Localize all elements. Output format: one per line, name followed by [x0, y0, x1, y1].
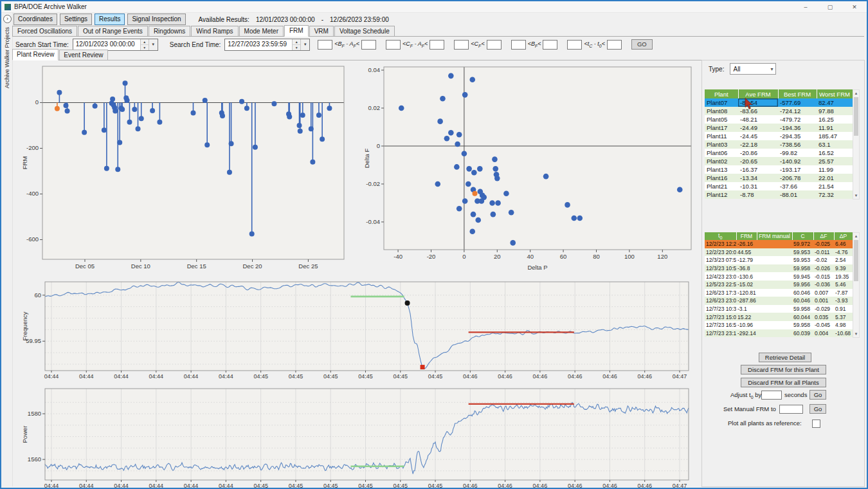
table-cell[interactable]: -193.17 — [778, 165, 817, 174]
table-row[interactable]: Plant11-24.45-294.35185.47 — [705, 132, 853, 140]
signal-inspection-button[interactable]: Signal Inspection — [127, 14, 185, 25]
filter-min-input[interactable] — [511, 40, 526, 50]
table-cell[interactable] — [757, 321, 792, 329]
table-cell[interactable]: 21.54 — [817, 182, 853, 190]
table-cell[interactable]: -287.86 — [736, 297, 757, 305]
table-cell[interactable]: Plant13 — [705, 165, 738, 174]
table-cell[interactable]: -22.18 — [738, 140, 778, 149]
type-select[interactable]: All ▾ — [730, 63, 776, 75]
table-cell[interactable]: -99.82 — [778, 149, 817, 157]
table-cell[interactable]: 59.945 — [792, 272, 813, 281]
table-cell[interactable]: -12.79 — [736, 256, 757, 264]
tab-frm[interactable]: FRM — [284, 25, 309, 37]
column-header[interactable]: ΔF — [813, 232, 834, 240]
filter-min-input[interactable] — [318, 40, 332, 50]
table-cell[interactable]: -36.8 — [736, 264, 757, 273]
table-cell[interactable]: 59.958 — [792, 305, 813, 313]
table-cell[interactable]: 12/3/23 10:53 — [705, 264, 736, 273]
column-header[interactable]: FRM manual — [757, 232, 792, 240]
table-row[interactable]: 12/7/23 23:15-292.1460.0390.004-10.68 — [705, 329, 853, 338]
table-row[interactable]: Plant02-20.65-140.9225.57 — [705, 157, 853, 165]
table-cell[interactable]: -206.78 — [778, 174, 817, 182]
search-end-input[interactable]: 12/27/2023 23:59:59 ▲▼ ▼ — [224, 39, 310, 51]
search-start-value[interactable]: 12/01/2023 00:00:00 — [73, 39, 140, 50]
table-cell[interactable]: -0.015 — [813, 272, 834, 281]
table-cell[interactable]: 72.32 — [817, 190, 853, 199]
results-button[interactable]: Results — [95, 14, 125, 25]
table-cell[interactable]: -140.92 — [778, 157, 817, 165]
column-header[interactable]: ΔP — [834, 232, 853, 240]
table-cell[interactable]: 12/7/23 23:15 — [705, 329, 736, 338]
table-cell[interactable]: 19.35 — [834, 272, 853, 281]
table-cell[interactable]: -24.45 — [738, 132, 778, 140]
column-header[interactable]: Plant — [705, 89, 738, 98]
table-cell[interactable]: 59.972 — [792, 240, 813, 248]
table-cell[interactable]: 185.47 — [817, 132, 853, 140]
table-cell[interactable]: 16.52 — [817, 149, 853, 157]
table-cell[interactable]: 2.54 — [834, 256, 853, 264]
table-cell[interactable]: -3.1 — [736, 305, 757, 313]
table-cell[interactable]: -724.12 — [778, 107, 817, 115]
table-cell[interactable]: 25.57 — [817, 157, 853, 165]
table-cell[interactable]: 5.37 — [834, 313, 853, 321]
reference-checkbox[interactable] — [812, 420, 820, 428]
table-row[interactable]: 12/3/23 10:53-36.859.958-0.0269.39 — [705, 264, 853, 273]
filter-max-input[interactable] — [487, 40, 502, 50]
filter-min-input[interactable] — [386, 40, 401, 50]
table-cell[interactable]: 59.958 — [792, 264, 813, 273]
table-cell[interactable]: 60.044 — [792, 313, 813, 321]
discard-frm-all-button[interactable]: Discard FRM for all Plants — [741, 378, 826, 387]
column-header[interactable]: Ave FRM — [738, 89, 778, 98]
table-cell[interactable]: Plant07 — [705, 98, 738, 107]
table-row[interactable]: 12/6/23 23:00-287.8660.0460.001-3.93 — [705, 297, 853, 305]
table-cell[interactable]: -120.81 — [736, 289, 757, 297]
table-cell[interactable]: 12/2/23 20:00 — [705, 248, 736, 257]
discard-frm-plant-button[interactable]: Discard FRM for this Plant — [741, 365, 826, 374]
tab-plant-review[interactable]: Plant Review — [12, 49, 59, 60]
table-cell[interactable]: Plant17 — [705, 124, 738, 132]
filter-min-input[interactable] — [567, 40, 582, 50]
table-cell[interactable]: 0.004 — [813, 329, 834, 338]
table-cell[interactable]: Plant03 — [705, 140, 738, 149]
table-cell[interactable]: 60.039 — [792, 329, 813, 338]
column-header[interactable]: FRM — [736, 232, 757, 240]
column-header[interactable]: C — [792, 232, 813, 240]
table-cell[interactable]: 60.046 — [792, 289, 813, 297]
coordinates-button[interactable]: Coordinates — [14, 14, 57, 25]
table-cell[interactable]: -0.029 — [813, 305, 834, 313]
table-cell[interactable]: -0.02 — [813, 256, 834, 264]
table-cell[interactable]: -292.14 — [736, 329, 757, 338]
table-cell[interactable]: -479.72 — [778, 115, 817, 124]
table-cell[interactable]: -10.68 — [834, 329, 853, 338]
table-cell[interactable]: 59.958 — [792, 321, 813, 329]
frm-stem-chart[interactable]: 0-200-400-600Dec 05Dec 10Dec 15Dec 20Dec… — [19, 62, 358, 272]
table-row[interactable]: 12/5/23 22:50-15.0259.956-0.0365.46 — [705, 281, 853, 289]
table-cell[interactable]: 11.99 — [817, 165, 853, 174]
table-row[interactable]: Plant08-83.66-724.1297.88 — [705, 107, 853, 115]
table-cell[interactable]: 12/6/23 17:39 — [705, 289, 736, 297]
search-end-value[interactable]: 12/27/2023 23:59:59 — [225, 39, 292, 50]
table-cell[interactable]: -37.66 — [778, 182, 817, 190]
table-row[interactable]: 12/7/23 10:32-3.159.958-0.0290.91 — [705, 305, 853, 313]
table-cell[interactable]: -8.78 — [738, 190, 778, 199]
table-cell[interactable]: -294.35 — [778, 132, 817, 140]
sidebar-expander-icon[interactable]: › — [3, 15, 12, 23]
retrieve-detail-button[interactable]: Retrieve Detail — [759, 353, 811, 362]
filter-min-input[interactable] — [454, 40, 469, 50]
table-cell[interactable]: 12/6/23 23:00 — [705, 297, 736, 305]
table-cell[interactable]: Plant08 — [705, 107, 738, 115]
table-cell[interactable]: -13.34 — [738, 174, 778, 182]
table-row[interactable]: 12/2/23 12:26-26.1659.972-0.0256.46 — [705, 240, 853, 248]
table-cell[interactable]: Plant16 — [705, 174, 738, 182]
table-cell[interactable]: Plant06 — [705, 149, 738, 157]
table-cell[interactable]: -20.65 — [738, 157, 778, 165]
dropdown-icon[interactable]: ▼ — [149, 39, 158, 50]
table-cell[interactable]: -194.36 — [778, 124, 817, 132]
table-row[interactable]: 12/7/23 15:0015.2260.0440.0355.37 — [705, 313, 853, 321]
filter-max-input[interactable] — [543, 40, 557, 50]
table-row[interactable]: Plant16-13.34-206.7822.01 — [705, 174, 853, 182]
table-cell[interactable]: 15.22 — [736, 313, 757, 321]
table-cell[interactable]: 44.55 — [736, 248, 757, 257]
table-cell[interactable] — [757, 313, 792, 321]
table-cell[interactable]: -577.69 — [778, 98, 817, 107]
